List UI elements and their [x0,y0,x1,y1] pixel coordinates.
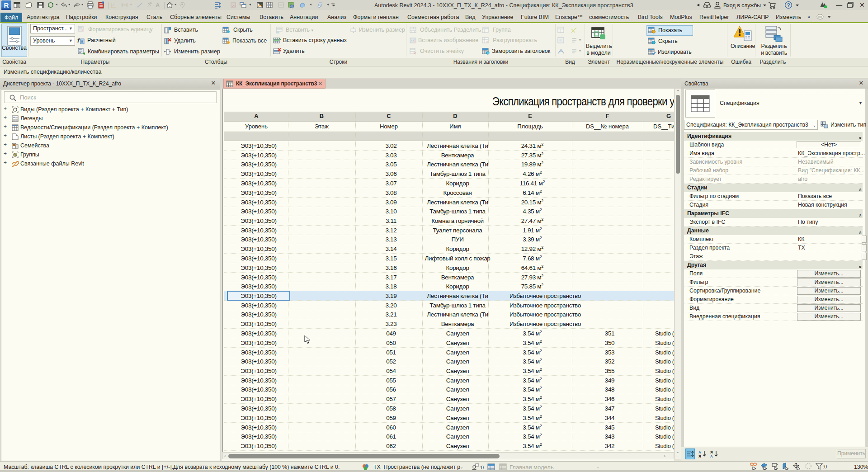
svg-text:А: А [698,450,701,454]
svg-text:f: f [77,37,80,44]
svg-text:А: А [710,454,713,458]
svg-text:?: ? [787,2,790,9]
svg-text:Я: Я [698,454,701,458]
svg-text:A: A [156,2,160,9]
svg-text::0: :0 [823,464,827,469]
svg-text:Вход в службы: Вход в службы [723,2,761,9]
svg-text:Я: Я [710,450,713,454]
svg-text::0: :0 [480,465,484,470]
